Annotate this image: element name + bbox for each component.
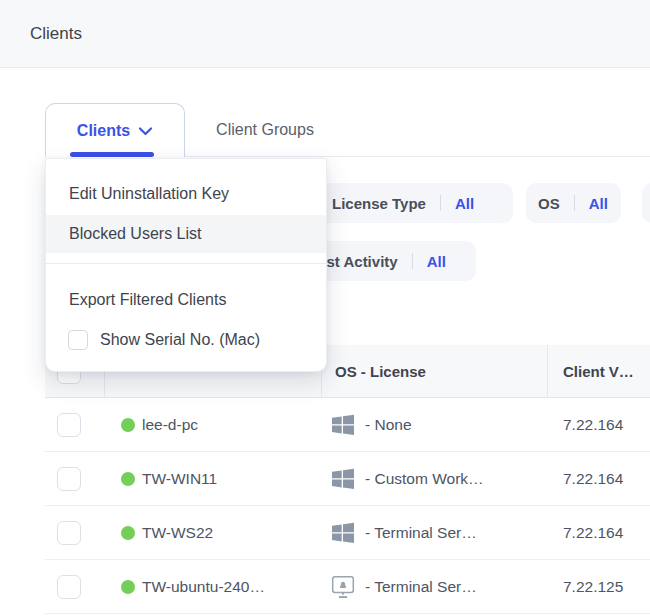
- menu-divider: [46, 263, 326, 264]
- client-version-value: 7.22.164: [563, 416, 623, 434]
- clients-dropdown-menu: Edit Uninstallation Key Blocked Users Li…: [45, 158, 327, 372]
- online-status-icon: [121, 472, 135, 486]
- row-checkbox[interactable]: [57, 575, 81, 599]
- row-checkbox[interactable]: [57, 467, 81, 491]
- client-name: TW-WS22: [142, 524, 213, 542]
- pill-divider: [574, 195, 575, 211]
- header-client-version-label: Client V…: [563, 363, 634, 380]
- page-header: Clients: [0, 0, 650, 68]
- table-row[interactable]: TW-ubuntu-240… - Terminal Ser… 7.22.125: [45, 560, 650, 614]
- active-tab-indicator: [70, 152, 154, 157]
- menu-item-show-serial-no[interactable]: Show Serial No. (Mac): [46, 325, 326, 355]
- os-license-value: - Terminal Ser…: [365, 578, 477, 596]
- os-license-value: - None: [365, 416, 412, 434]
- row-checkbox[interactable]: [57, 521, 81, 545]
- filter-pill-cutoff[interactable]: [642, 183, 650, 223]
- menu-item-label: Edit Uninstallation Key: [69, 185, 229, 203]
- menu-item-export-filtered-clients[interactable]: Export Filtered Clients: [46, 279, 326, 321]
- menu-item-label: Blocked Users List: [69, 225, 202, 243]
- header-os-license-label: OS - License: [335, 363, 426, 380]
- table-row[interactable]: TW-WIN11 - Custom Work… 7.22.164: [45, 452, 650, 506]
- client-name: TW-ubuntu-240…: [142, 578, 265, 596]
- client-version-value: 7.22.164: [563, 524, 623, 542]
- row-checkbox[interactable]: [57, 413, 81, 437]
- filter-os-value[interactable]: All: [589, 195, 608, 212]
- online-status-icon: [121, 580, 135, 594]
- windows-icon: [330, 467, 356, 491]
- windows-icon: [330, 413, 356, 437]
- tab-client-groups[interactable]: Client Groups: [185, 103, 345, 157]
- clients-page: Clients Clients Client Groups License Ty…: [0, 0, 650, 616]
- show-serial-checkbox[interactable]: [68, 330, 88, 350]
- show-serial-label: Show Serial No. (Mac): [100, 331, 260, 349]
- client-version-value: 7.22.164: [563, 470, 623, 488]
- menu-item-blocked-users-list[interactable]: Blocked Users List: [46, 215, 326, 253]
- clients-table: OS - License Client V… lee-d-pc - No: [45, 345, 650, 614]
- chevron-down-icon: [138, 126, 153, 136]
- pill-divider: [440, 195, 441, 211]
- table-row[interactable]: TW-WS22 - Terminal Ser… 7.22.164: [45, 506, 650, 560]
- tab-clients[interactable]: Clients: [45, 103, 185, 157]
- pill-divider: [412, 253, 413, 269]
- filter-os[interactable]: OS All: [526, 183, 621, 223]
- client-name: TW-WIN11: [142, 470, 217, 488]
- filter-last-activity-value[interactable]: All: [427, 253, 446, 270]
- header-cell-client-version: Client V…: [548, 345, 650, 397]
- tab-client-groups-label: Client Groups: [216, 121, 314, 139]
- os-license-value: - Custom Work…: [365, 470, 484, 488]
- filter-license-type-label: License Type: [332, 195, 426, 212]
- windows-icon: [330, 521, 356, 545]
- tab-clients-label: Clients: [77, 122, 130, 140]
- linux-monitor-icon: [330, 574, 356, 600]
- online-status-icon: [121, 418, 135, 432]
- online-status-icon: [121, 526, 135, 540]
- menu-item-edit-uninstallation-key[interactable]: Edit Uninstallation Key: [46, 173, 326, 215]
- client-name: lee-d-pc: [142, 416, 198, 434]
- client-version-value: 7.22.125: [563, 578, 623, 596]
- filter-os-label: OS: [538, 195, 560, 212]
- os-license-value: - Terminal Ser…: [365, 524, 477, 542]
- filter-license-type-value[interactable]: All: [455, 195, 474, 212]
- header-cell-os-license: OS - License: [322, 345, 548, 397]
- filter-license-type[interactable]: License Type All: [310, 183, 513, 223]
- menu-item-label: Export Filtered Clients: [69, 291, 226, 309]
- page-title: Clients: [30, 24, 82, 44]
- table-row[interactable]: lee-d-pc - None 7.22.164: [45, 398, 650, 452]
